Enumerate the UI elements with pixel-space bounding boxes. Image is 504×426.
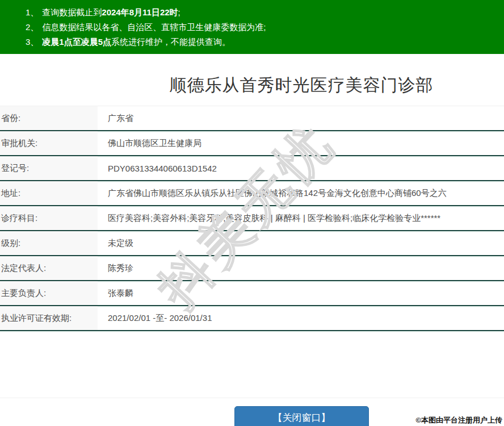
row-value: 未定级 bbox=[98, 231, 504, 255]
footer-divider bbox=[0, 398, 504, 398]
notice-number: 2、 bbox=[26, 22, 39, 32]
row-label: 执业许可证有效期: bbox=[0, 306, 98, 330]
notice-text: ; bbox=[178, 7, 180, 17]
row-label: 诊疗科目: bbox=[0, 206, 98, 230]
notice-number: 1、 bbox=[26, 7, 39, 17]
row-label: 审批机关: bbox=[0, 131, 98, 155]
notice-number: 3、 bbox=[26, 37, 39, 47]
row-value: 佛山市顺德区卫生健康局 bbox=[98, 131, 504, 155]
row-label: 地址: bbox=[0, 181, 98, 205]
notice-line-3: 3、凌晨1点至凌晨5点系统进行维护，不能提供查询。 bbox=[26, 35, 498, 49]
table-row: 主要负责人: 张泰麟 bbox=[0, 281, 504, 306]
table-row: 审批机关: 佛山市顺德区卫生健康局 bbox=[0, 131, 504, 156]
row-value: 广东省 bbox=[98, 106, 504, 130]
row-label: 登记号: bbox=[0, 156, 98, 180]
row-label: 主要负责人: bbox=[0, 281, 98, 305]
upload-credit-text: ©本图由平台注册用户上传 bbox=[415, 415, 502, 425]
notice-line-2: 2、信息数据结果以各省、自治区、直辖市卫生健康委数据为准; bbox=[26, 20, 498, 35]
table-row: 省份: 广东省 bbox=[0, 106, 504, 131]
institution-title: 顺德乐从首秀时光医疗美容门诊部 bbox=[170, 74, 434, 96]
notice-bold-text: 凌晨1点至凌晨5点 bbox=[42, 37, 111, 47]
query-result-page: 1、查询数据截止到2024年8月11日22时; 2、信息数据结果以各省、自治区、… bbox=[0, 0, 504, 426]
table-row: 地址: 广东省佛山市顺德区乐从镇乐从社区佛山新城裕和路142号金海文化创意中心商… bbox=[0, 181, 504, 206]
notice-line-1: 1、查询数据截止到2024年8月11日22时; bbox=[26, 5, 498, 20]
row-value: 张泰麟 bbox=[98, 281, 504, 305]
table-row: 法定代表人: 陈秀珍 bbox=[0, 256, 504, 281]
row-value: PDY06313344060613D1542 bbox=[98, 156, 504, 180]
row-value: 陈秀珍 bbox=[98, 256, 504, 280]
row-label: 级别: bbox=[0, 231, 98, 255]
table-row: 诊疗科目: 医疗美容科;美容外科;美容牙科;美容皮肤科 | 麻醉科 | 医学检验… bbox=[0, 206, 504, 231]
row-value: 医疗美容科;美容外科;美容牙科;美容皮肤科 | 麻醉科 | 医学检验科;临床化学… bbox=[98, 206, 504, 230]
institution-info-table: 省份: 广东省 审批机关: 佛山市顺德区卫生健康局 登记号: PDY063133… bbox=[0, 106, 504, 331]
table-row: 执业许可证有效期: 2021/02/01 -至- 2026/01/31 bbox=[0, 306, 504, 331]
notice-banner: 1、查询数据截止到2024年8月11日22时; 2、信息数据结果以各省、自治区、… bbox=[0, 0, 504, 54]
notice-bold-text: 2024年8月11日22时 bbox=[102, 7, 178, 17]
table-row: 登记号: PDY06313344060613D1542 bbox=[0, 156, 504, 181]
table-row: 级别: 未定级 bbox=[0, 231, 504, 256]
notice-text: 查询数据截止到 bbox=[42, 7, 102, 17]
notice-text: 系统进行维护，不能提供查询。 bbox=[111, 37, 230, 47]
row-value: 广东省佛山市顺德区乐从镇乐从社区佛山新城裕和路142号金海文化创意中心商铺60号… bbox=[98, 181, 504, 205]
row-label: 法定代表人: bbox=[0, 256, 98, 280]
close-window-button[interactable]: 【关闭窗口】 bbox=[234, 406, 369, 426]
row-value: 2021/02/01 -至- 2026/01/31 bbox=[98, 306, 504, 330]
row-label: 省份: bbox=[0, 106, 98, 130]
notice-text: 信息数据结果以各省、自治区、直辖市卫生健康委数据为准; bbox=[42, 22, 266, 32]
